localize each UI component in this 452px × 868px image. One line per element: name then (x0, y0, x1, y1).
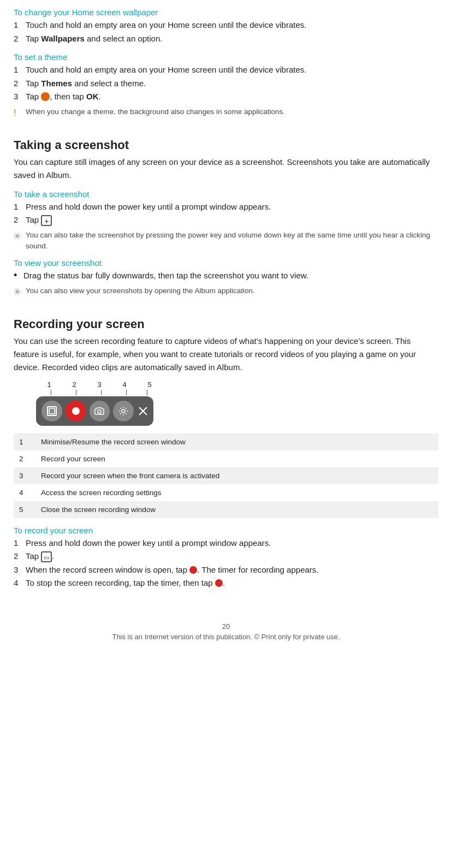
svg-rect-1 (49, 408, 55, 414)
toolbar-btn-3 (90, 401, 110, 421)
table-row: 2 Record your screen (14, 450, 438, 467)
table-row: 3 Record your screen when the front came… (14, 467, 438, 484)
minimize-icon (46, 406, 57, 417)
view-screenshot-tip: ✳ You can also view your screenshots by … (14, 286, 438, 299)
record-step-2: 2 Tap ▭. (14, 550, 438, 563)
table-cell-num: 3 (14, 467, 35, 484)
theme-steps: 1 Touch and hold an empty area on your H… (14, 64, 438, 103)
take-step-2: 2 Tap + (14, 214, 438, 227)
view-screenshot-bullets: • Drag the status bar fully downwards, t… (14, 270, 438, 282)
table-cell-num: 5 (14, 501, 35, 518)
table-cell-desc: Record your screen when the front camera… (35, 467, 438, 484)
screenshot-section: Taking a screenshot You can capture stil… (14, 138, 438, 299)
theme-warning: ! When you change a theme, the backgroun… (14, 106, 438, 120)
diagram-label-3: 3 (87, 381, 112, 389)
tip-icon-2: ✳ (14, 286, 26, 299)
wallpaper-section: To change your Home screen wallpaper 1 T… (14, 8, 438, 45)
recording-section: Recording your screen You can use the sc… (14, 317, 438, 590)
screenshot-heading: Taking a screenshot (14, 138, 438, 152)
toolbar-diagram-image (33, 390, 438, 426)
record-dot-icon (72, 407, 80, 415)
record-tap-icon: ▭ (41, 551, 52, 562)
recording-table: 1 Minimise/Resume the record screen wind… (14, 433, 438, 518)
view-screenshot-bullet-1: • Drag the status bar fully downwards, t… (14, 270, 438, 282)
table-cell-desc: Record your screen (35, 450, 438, 467)
wallpaper-title: To change your Home screen wallpaper (14, 8, 438, 17)
diagram-label-5: 5 (137, 381, 162, 389)
screenshot-icon: + (41, 215, 52, 226)
diagram-label-1: 1 (37, 381, 62, 389)
warning-icon: ! (14, 106, 26, 120)
table-row: 1 Minimise/Resume the record screen wind… (14, 433, 438, 450)
page-footer: 20 This is an Internet version of this p… (14, 622, 438, 641)
orange-dot-icon (41, 92, 50, 101)
table-cell-num: 1 (14, 433, 35, 450)
close-icon (138, 406, 148, 416)
theme-section: To set a theme 1 Touch and hold an empty… (14, 52, 438, 120)
take-screenshot-tip: ✳ You can also take the screenshot by pr… (14, 230, 438, 252)
camera-icon (94, 406, 105, 417)
recording-table-body: 1 Minimise/Resume the record screen wind… (14, 433, 438, 518)
page-number: 20 (14, 622, 438, 631)
theme-title: To set a theme (14, 52, 438, 62)
table-row: 5 Close the screen recording window (14, 501, 438, 518)
record-screen-title: To record your screen (14, 526, 438, 535)
take-screenshot-steps: 1 Press and hold down the power key unti… (14, 201, 438, 227)
tip-icon-1: ✳ (14, 230, 26, 243)
settings-icon (118, 406, 129, 417)
toolbar-btn-4 (113, 401, 134, 421)
toolbar-box (36, 396, 153, 426)
theme-step-1: 1 Touch and hold an empty area on your H… (14, 64, 438, 76)
take-screenshot-title: To take a screenshot (14, 189, 438, 199)
copyright-text: This is an Internet version of this publ… (14, 633, 438, 641)
table-cell-desc: Close the screen recording window (35, 501, 438, 518)
table-cell-desc: Minimise/Resume the record screen window (35, 433, 438, 450)
svg-point-2 (98, 410, 101, 413)
recording-heading: Recording your screen (14, 317, 438, 331)
theme-step-3: 3 Tap , then tap OK. (14, 91, 438, 103)
view-screenshot-title: To view your screenshot (14, 258, 438, 267)
wallpaper-step-1: 1 Touch and hold an empty area on your H… (14, 19, 438, 32)
diagram-label-4: 4 (112, 381, 137, 389)
theme-step-2: 2 Tap Themes and select a theme. (14, 78, 438, 90)
table-row: 4 Access the screen recording settings (14, 484, 438, 501)
toolbar-btn-2 (66, 401, 86, 421)
record-red-dot-icon (189, 566, 197, 574)
wallpaper-step-2: 2 Tap Wallpapers and select an option. (14, 33, 438, 45)
diagram-label-2: 2 (62, 381, 87, 389)
diagram-labels: 1 2 3 4 5 (37, 381, 438, 389)
record-step-1: 1 Press and hold down the power key unti… (14, 537, 438, 550)
screenshot-desc: You can capture still images of any scre… (14, 156, 438, 182)
svg-point-3 (122, 409, 125, 413)
toolbar-btn-1 (41, 401, 62, 421)
table-cell-num: 2 (14, 450, 35, 467)
recording-diagram: 1 2 3 4 5 (14, 381, 438, 426)
recording-desc: You can use the screen recording feature… (14, 335, 438, 374)
record-step-4: 4 To stop the screen recording, tap the … (14, 577, 438, 590)
table-cell-num: 4 (14, 484, 35, 501)
record-step-3: 3 When the record screen window is open,… (14, 564, 438, 576)
record-screen-steps: 1 Press and hold down the power key unti… (14, 537, 438, 590)
toolbar-btn-5 (138, 406, 148, 416)
wallpaper-steps: 1 Touch and hold an empty area on your H… (14, 19, 438, 45)
stop-red-dot-icon (215, 579, 223, 587)
take-step-1: 1 Press and hold down the power key unti… (14, 201, 438, 213)
table-cell-desc: Access the screen recording settings (35, 484, 438, 501)
